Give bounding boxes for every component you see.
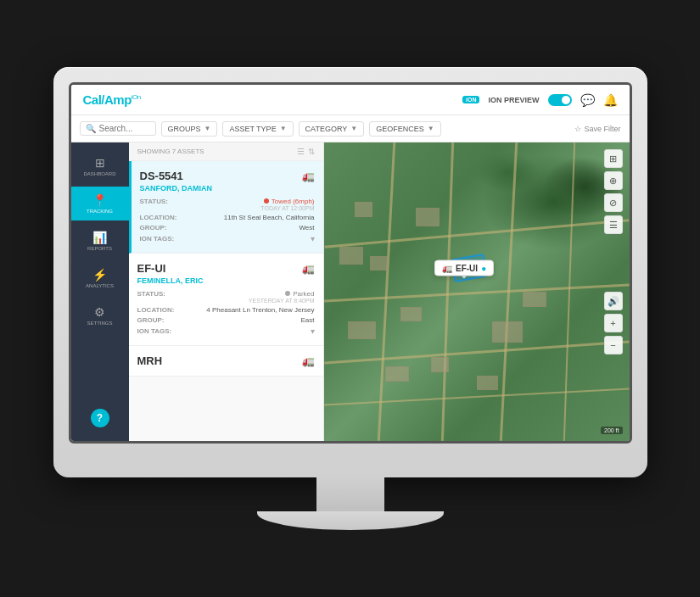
sidebar-item-analytics[interactable]: ⚡ ANALYTICS (71, 261, 129, 295)
sidebar: ⊞ DASHBOARD 📍 TRACKING 📊 REPORTS ⚡ (71, 142, 129, 441)
main-content: ⊞ DASHBOARD 📍 TRACKING 📊 REPORTS ⚡ (71, 142, 630, 441)
monitor: Cal/AmpiOn iON ION PREVIEW 💬 🔔 🔍 (53, 67, 647, 530)
app: Cal/AmpiOn iON ION PREVIEW 💬 🔔 🔍 (71, 85, 630, 441)
groups-chevron: ▼ (204, 125, 211, 132)
map-filter-btn[interactable]: ⊘ (604, 193, 623, 212)
asset-type-label: ASSET TYPE (229, 125, 276, 133)
map-background: 🚛 EF-UI ● ⊞ ⊕ ⊘ ☰ (324, 142, 630, 441)
building (492, 321, 523, 343)
status-timestamp: YESTERDAY AT 8:40PM (184, 298, 315, 304)
geofences-filter-btn[interactable]: GEOFENCES ▼ (369, 121, 440, 137)
help-button[interactable]: ? (91, 409, 109, 427)
status-value: Parked YESTERDAY AT 8:40PM (184, 290, 315, 304)
ion-tags-label: ION TAGS: (137, 327, 184, 335)
sidebar-item-label: REPORTS (87, 246, 112, 251)
asset-card-ds5541[interactable]: DS-5541 🚛 SANFORD, DAMIAN STATUS: Towed … (129, 161, 323, 254)
asset-list: SHOWING 7 ASSETS ☰ ⇅ DS-5541 🚛 (129, 142, 324, 441)
sidebar-item-label: ANALYTICS (86, 283, 114, 288)
ion-tags-chevron[interactable]: ▾ (311, 326, 315, 336)
chat-icon[interactable]: 💬 (580, 93, 595, 107)
groups-filter-btn[interactable]: GROUPS ▼ (161, 121, 218, 137)
sidebar-item-label: SETTINGS (87, 321, 112, 326)
building (348, 321, 375, 339)
ion-tags-label: ION TAGS: (140, 235, 187, 243)
group-row: GROUP: West (140, 224, 315, 232)
bell-icon[interactable]: 🔔 (603, 93, 618, 107)
map-scale: 200 ft (601, 427, 623, 434)
sidebar-item-label: DASHBOARD (83, 171, 115, 176)
top-bar: Cal/AmpiOn iON ION PREVIEW 💬 🔔 (71, 85, 630, 115)
top-bar-right: iON ION PREVIEW 💬 🔔 (462, 93, 617, 107)
sidebar-item-reports[interactable]: 📊 REPORTS (71, 224, 129, 258)
building (400, 307, 422, 322)
save-filter-label: Save Filter (584, 125, 620, 133)
location-label: LOCATION: (137, 306, 184, 314)
category-filter-btn[interactable]: CATEGORY ▼ (299, 121, 365, 137)
asset-card-efui[interactable]: EF-UI 🚛 FEMINELLA, ERIC STATUS: Parked Y… (129, 254, 323, 346)
ion-preview-label: ION PREVIEW (488, 96, 539, 104)
monitor-stand-base (257, 511, 444, 530)
building (339, 247, 364, 265)
vehicle-tooltip-icon: 🚛 (442, 263, 452, 272)
vehicle-icon: 🚛 (302, 263, 315, 275)
vehicle-tooltip-label: EF-UI (456, 263, 478, 272)
sidebar-item-settings[interactable]: ⚙ SETTINGS (71, 298, 129, 332)
building (431, 357, 450, 372)
building (416, 208, 440, 226)
search-box: 🔍 (80, 121, 156, 136)
save-filter-button[interactable]: ☆ Save Filter (574, 125, 620, 133)
sort-icon[interactable]: ⇅ (308, 147, 315, 156)
map-layers-btn[interactable]: ⊞ (604, 149, 623, 168)
map-buildings (324, 142, 630, 441)
ion-tags-chevron[interactable]: ▾ (311, 234, 315, 243)
ion-preview-toggle[interactable] (548, 94, 572, 106)
asset-owner: SANFORD, DAMIAN (140, 184, 315, 192)
asset-type-chevron: ▼ (280, 125, 287, 132)
status-row: STATUS: Towed (6mph) TODAY AT 12:00PM (140, 198, 315, 211)
map-measure-btn[interactable]: ⊕ (604, 171, 623, 190)
ion-tags-row: ION TAGS: ▾ (137, 326, 315, 336)
map-list-btn[interactable]: ☰ (604, 215, 623, 234)
map-volume-btn[interactable]: 🔊 (604, 292, 623, 310)
showing-text: SHOWING 7 ASSETS (137, 148, 204, 155)
group-value: East (184, 316, 315, 324)
status-value: Towed (6mph) TODAY AT 12:00PM (187, 198, 315, 211)
vehicle-tooltip-dot: ● (481, 263, 486, 272)
asset-card-mrh[interactable]: MRH 🚛 (129, 346, 323, 377)
search-input[interactable] (99, 124, 150, 133)
category-label: CATEGORY (305, 125, 348, 133)
map-controls-mid: 🔊 + − (604, 292, 623, 354)
group-row: GROUP: East (137, 316, 315, 324)
monitor-bezel: Cal/AmpiOn iON ION PREVIEW 💬 🔔 🔍 (53, 67, 647, 477)
vehicle-marker[interactable]: 🚛 EF-UI ● (434, 259, 494, 276)
app-logo: Cal/AmpiOn (83, 92, 141, 107)
location-label: LOCATION: (140, 214, 187, 221)
map-zoom-in-btn[interactable]: + (604, 314, 623, 332)
status-dot-red (264, 198, 269, 204)
asset-type-filter-btn[interactable]: ASSET TYPE ▼ (222, 121, 293, 137)
sidebar-item-tracking[interactable]: 📍 TRACKING (71, 187, 129, 220)
list-view-icon[interactable]: ☰ (297, 147, 305, 156)
showing-bar: SHOWING 7 ASSETS ☰ ⇅ (129, 142, 323, 161)
logo-text: Cal/Amp (83, 92, 132, 107)
asset-name: EF-UI (137, 262, 166, 275)
reports-icon: 📊 (92, 231, 107, 244)
asset-owner: FEMINELLA, ERIC (137, 276, 315, 285)
sidebar-item-dashboard[interactable]: ⊞ DASHBOARD (71, 149, 129, 183)
analytics-icon: ⚡ (92, 268, 107, 282)
geofences-label: GEOFENCES (376, 125, 424, 133)
groups-label: GROUPS (168, 125, 201, 133)
building (355, 202, 373, 217)
building (385, 366, 410, 382)
category-chevron: ▼ (350, 125, 357, 132)
map-zoom-out-btn[interactable]: − (604, 336, 623, 354)
map-area[interactable]: 🚛 EF-UI ● ⊞ ⊕ ⊘ ☰ (324, 142, 630, 441)
filter-bar: 🔍 GROUPS ▼ ASSET TYPE ▼ CATEGORY ▼ (71, 115, 630, 142)
building (370, 256, 389, 271)
ion-preview-badge: iON (462, 96, 479, 103)
asset-name: MRH (137, 354, 163, 367)
tracking-icon: 📍 (92, 193, 107, 207)
search-icon: 🔍 (86, 124, 96, 133)
monitor-screen: Cal/AmpiOn iON ION PREVIEW 💬 🔔 🔍 (69, 82, 632, 444)
vehicle-tooltip: 🚛 EF-UI ● (434, 259, 494, 276)
